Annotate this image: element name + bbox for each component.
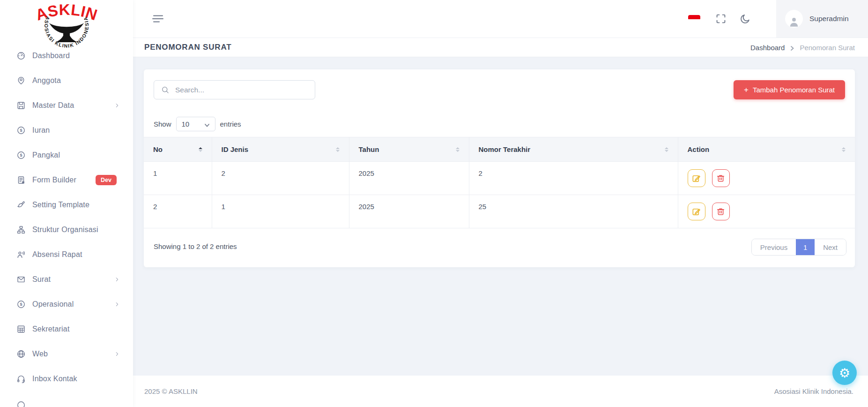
topbar-right: Superadmin [688, 0, 868, 38]
sort-icon [842, 147, 846, 152]
column-header-id-jenis[interactable]: ID Jenis [212, 137, 349, 162]
footer-org-name: Asosiasi Klinik Indonesia. [774, 387, 853, 395]
table-card: + Tambah Penomoran Surat Show 10 entries [144, 69, 855, 267]
column-label: Tahun [359, 145, 379, 153]
cell-no: 1 [144, 162, 212, 195]
sidebar-item-label: Sekretariat [32, 325, 70, 333]
language-flag-icon[interactable] [688, 15, 700, 23]
sidebar-item-surat[interactable]: Surat [0, 267, 133, 292]
sidebar-item-absensi-rapat[interactable]: Absensi Rapat [0, 242, 133, 267]
dev-badge: Dev [96, 175, 117, 185]
card-toolbar: + Tambah Penomoran Surat [144, 69, 855, 99]
member-pin-icon [16, 76, 26, 85]
edit-button[interactable] [688, 203, 705, 220]
sidebar-item-setting-template[interactable]: Setting Template [0, 192, 133, 217]
page-length-select[interactable]: 10 [176, 117, 215, 131]
breadcrumb-current: Penomoran Surat [800, 44, 855, 52]
app-window: ASKLIN ASOSIASI KLINIK INDONESIA Dashboa… [0, 0, 868, 407]
sidebar-item-anggota[interactable]: Anggota [0, 68, 133, 93]
sidebar-item-inbox-kontak[interactable]: Inbox Kontak [0, 366, 133, 391]
meeting-icon [16, 250, 26, 259]
sidebar-toggle-button[interactable] [152, 14, 164, 23]
column-header-tahun[interactable]: Tahun [349, 137, 469, 162]
sort-icon [456, 147, 460, 152]
sidebar-item-form-builder[interactable]: Form BuilderDev [0, 167, 133, 192]
cell-action [678, 162, 855, 195]
sidebar-item-label: Inbox Kontak [32, 375, 77, 383]
dollar-circle-icon: $ [16, 151, 26, 160]
cell-id_jenis: 1 [212, 195, 349, 228]
sidebar-item-web[interactable]: Web [0, 341, 133, 366]
form-icon [16, 175, 26, 185]
chevron-down-icon [204, 121, 210, 127]
sidebar-item-label: Anggota [32, 76, 61, 85]
chevron-right-icon [114, 351, 120, 357]
sidebar-item-pangkal[interactable]: $Pangkal [0, 143, 133, 167]
gear-icon: ⚙ [839, 367, 850, 379]
user-menu[interactable]: Superadmin [776, 0, 868, 38]
data-table: NoID JenisTahunNomor TerakhirAction 1220… [144, 137, 855, 228]
chevron-right-icon [114, 276, 120, 283]
next-page-button[interactable]: Next [815, 239, 846, 255]
svg-text:$: $ [20, 153, 22, 158]
pagination: Previous 1 Next [751, 239, 846, 256]
edit-button[interactable] [688, 169, 705, 187]
settings-fab-button[interactable]: ⚙ [832, 361, 857, 385]
cell-tahun: 2025 [349, 195, 469, 228]
chevron-right-icon [789, 45, 795, 50]
main-area: Superadmin PENOMORAN SURAT Dashboard Pen… [133, 0, 868, 407]
user-name: Superadmin [809, 15, 849, 23]
length-menu: Show 10 entries [144, 99, 855, 137]
svg-text:$: $ [20, 302, 22, 307]
sidebar-item-label: Setting Template [32, 201, 89, 209]
topbar: Superadmin [133, 0, 868, 38]
sort-icon [199, 147, 202, 152]
fullscreen-icon [715, 13, 727, 24]
table-body: 122025221202525 [144, 162, 855, 228]
sidebar-item-struktur-organisasi[interactable]: Struktur Organisasi [0, 217, 133, 242]
column-label: Action [688, 145, 710, 153]
delete-button[interactable] [712, 169, 730, 187]
breadcrumb-dashboard-link[interactable]: Dashboard [750, 44, 785, 52]
sidebar-item-label: Operasional [32, 300, 74, 309]
sidebar-item-label: Absensi Rapat [32, 250, 82, 259]
sidebar-item-sekretariat[interactable]: Sekretariat [0, 317, 133, 341]
table-row: 1220252 [144, 162, 855, 195]
chevron-right-icon [114, 102, 120, 109]
moon-icon [740, 13, 751, 24]
column-header-action[interactable]: Action [678, 137, 855, 162]
length-suffix: entries [220, 120, 241, 128]
brand-title: ASKLIN [33, 1, 100, 24]
column-header-no[interactable]: No [144, 137, 212, 162]
page-1-button[interactable]: 1 [796, 239, 815, 255]
previous-page-button[interactable]: Previous [752, 239, 796, 255]
search-input[interactable] [175, 86, 309, 94]
dark-mode-button[interactable] [740, 13, 751, 24]
headset-icon [16, 374, 26, 384]
sidebar-item-label: Pangkal [32, 151, 60, 159]
svg-text:ASKLIN: ASKLIN [33, 1, 100, 24]
fullscreen-button[interactable] [715, 13, 727, 24]
sort-icon [665, 147, 668, 152]
gauge-icon [16, 51, 26, 60]
add-penomoran-surat-button[interactable]: + Tambah Penomoran Surat [734, 80, 845, 99]
globe-icon [16, 349, 26, 359]
sidebar-menu: DashboardAnggotaMaster Data$Iuran$Pangka… [0, 43, 133, 407]
sidebar: ASKLIN ASOSIASI KLINIK INDONESIA Dashboa… [0, 0, 133, 407]
table-footer: Showing 1 to 2 of 2 entries Previous 1 N… [144, 228, 855, 256]
sidebar-item-label: Surat [32, 275, 51, 284]
sidebar-item-operasional[interactable]: $Operasional [0, 292, 133, 317]
delete-button[interactable] [712, 203, 730, 220]
save-icon [16, 101, 26, 110]
sidebar-item-label: Master Data [32, 101, 74, 110]
asklin-logo: ASKLIN ASOSIASI KLINIK INDONESIA [26, 1, 107, 48]
dollar-circle-icon: $ [16, 300, 26, 309]
grid-icon [16, 324, 26, 334]
sort-icon [336, 147, 340, 152]
brand-logo[interactable]: ASKLIN ASOSIASI KLINIK INDONESIA [0, 0, 133, 43]
column-header-nomor-terakhir[interactable]: Nomor Terakhir [469, 137, 678, 162]
cell-nomor_terakhir: 25 [469, 195, 678, 228]
sidebar-item-partial[interactable] [0, 391, 133, 407]
sidebar-item-iuran[interactable]: $Iuran [0, 118, 133, 143]
sidebar-item-master-data[interactable]: Master Data [0, 93, 133, 118]
